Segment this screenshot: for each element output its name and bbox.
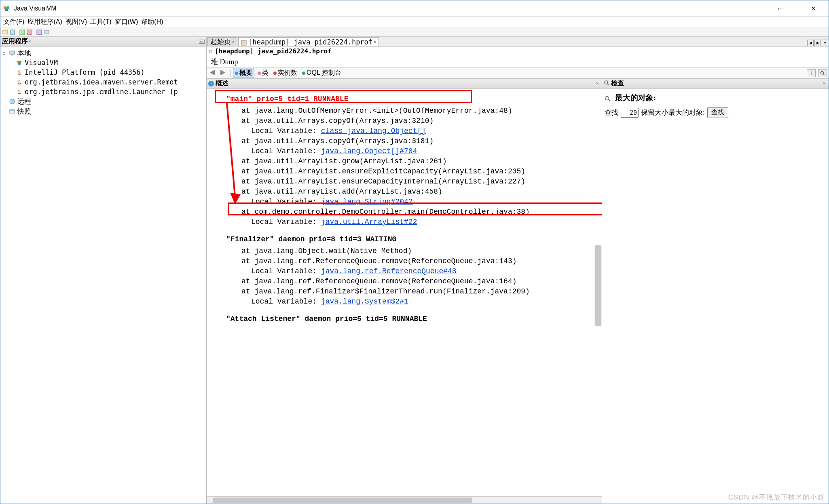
search-icon — [605, 96, 611, 104]
java-icon — [16, 88, 23, 95]
vertical-scrollbar[interactable] — [594, 245, 602, 326]
nav-fwd-icon[interactable]: ⯈ — [219, 69, 228, 77]
tree-node-jps[interactable]: org.jetbrains.jps.cmdline.Launcher (p — [1, 87, 205, 97]
thread-main: "main" prio=5 tid=1 RUNNABLE — [226, 94, 594, 104]
toolbar-icon-3[interactable] — [19, 29, 25, 36]
nav-info-button[interactable]: i — [807, 69, 816, 77]
heapdump-label: 堆 Dump — [207, 56, 829, 67]
stack-trace-view[interactable]: "main" prio=5 tid=1 RUNNABLE at java.lan… — [207, 89, 602, 496]
tab-prev-icon[interactable]: ◀ — [807, 40, 814, 46]
stack-line: at com.demo.controller.DemoController.ma… — [241, 207, 594, 217]
tree-node-remote[interactable]: 远程 — [1, 97, 205, 106]
object-link[interactable]: java.lang.System$2#1 — [321, 297, 408, 306]
svg-point-1 — [6, 6, 9, 9]
menu-file[interactable]: 文件(F) — [2, 17, 25, 27]
svg-rect-17 — [241, 40, 246, 45]
svg-point-13 — [18, 63, 21, 65]
local-var: Local Variable: java.lang.System$2#1 — [251, 297, 594, 307]
svg-line-25 — [609, 100, 610, 101]
snapshot-icon — [8, 108, 16, 115]
tree-node-snapshot[interactable]: 快照 — [1, 106, 205, 116]
search-icon — [604, 80, 609, 87]
stack-line: at java.lang.OutOfMemoryError.<init>(Out… — [241, 106, 594, 116]
menu-app[interactable]: 应用程序(A) — [27, 17, 63, 27]
svg-rect-6 — [27, 30, 32, 35]
panel-minimize-icon[interactable]: ▭ — [199, 40, 205, 44]
svg-point-14 — [10, 99, 15, 104]
tab-start[interactable]: 起始页× — [207, 37, 237, 46]
object-link[interactable]: java.lang.ref.ReferenceQueue#48 — [321, 267, 457, 275]
tree-node-intellij[interactable]: IntelliJ Platform (pid 44356) — [1, 67, 205, 77]
svg-rect-4 — [11, 30, 15, 35]
svg-point-22 — [605, 81, 608, 84]
nav-instances[interactable]: 实例数 — [272, 68, 299, 78]
find-count-input[interactable] — [621, 108, 639, 118]
stack-line: at java.util.ArrayList.add(ArrayList.jav… — [241, 187, 594, 197]
toolbar-icon-6[interactable] — [43, 29, 50, 36]
file-subtitle: ◌[heapdump] java_pid26224.hprof — [207, 46, 829, 56]
svg-marker-21 — [230, 193, 241, 204]
nav-overview[interactable]: 概要 — [233, 68, 254, 78]
menu-window[interactable]: 窗口(W) — [114, 17, 139, 27]
tab-close-icon[interactable]: × — [232, 40, 235, 44]
toolbar-icon-1[interactable] — [2, 29, 8, 36]
svg-point-0 — [4, 6, 6, 9]
svg-rect-8 — [44, 31, 49, 34]
stack-line: at java.util.ArrayList.ensureCapacityInt… — [241, 177, 594, 187]
main-toolbar — [0, 28, 829, 37]
menubar: 文件(F) 应用程序(A) 视图(V) 工具(T) 窗口(W) 帮助(H) — [0, 17, 829, 28]
svg-rect-16 — [10, 110, 14, 111]
object-link[interactable]: java.util.ArrayList#22 — [321, 218, 417, 226]
minimize-button[interactable]: — — [738, 2, 759, 15]
search-icon — [820, 71, 825, 76]
toolbar-icon-4[interactable] — [26, 29, 33, 36]
tab-close-icon[interactable]: × — [374, 40, 376, 44]
tree-node-visualvm[interactable]: VisualVM — [1, 58, 205, 67]
section-close-icon[interactable]: × — [596, 81, 600, 86]
applications-title: 应用程序 — [2, 37, 28, 46]
tab-dropdown-icon[interactable]: ▾ — [822, 40, 828, 46]
stack-line: at java.lang.ref.ReferenceQueue.remove(R… — [241, 256, 594, 266]
inspect-title: 最大的对象: — [615, 93, 656, 103]
tree-node-local[interactable]: ⊟本地 — [1, 48, 205, 58]
panel-close-icon[interactable]: × — [29, 39, 31, 44]
applications-tree[interactable]: ⊟本地 VisualVM IntelliJ Platform (pid 4435… — [0, 46, 206, 504]
svg-rect-3 — [3, 30, 8, 34]
section-close-icon[interactable]: × — [823, 81, 827, 86]
tab-next-icon[interactable]: ▶ — [814, 40, 821, 46]
tree-node-maven[interactable]: org.jetbrains.idea.maven.server.Remot — [1, 77, 205, 87]
close-button[interactable]: ✕ — [803, 2, 823, 15]
toolbar-icon-2[interactable] — [9, 29, 16, 36]
refresh-icon[interactable]: ◌ — [209, 48, 212, 54]
local-var: Local Variable: java.lang.String#2042 — [251, 197, 594, 207]
toolbar-icon-5[interactable] — [36, 29, 42, 36]
local-var: Local Variable: class java.lang.Object[] — [251, 126, 594, 136]
nav-back-icon[interactable]: ⯇ — [208, 69, 217, 77]
menu-help[interactable]: 帮助(H) — [140, 17, 164, 27]
svg-line-19 — [823, 74, 825, 75]
info-icon — [235, 72, 238, 75]
window-title: Java VisualVM — [14, 5, 738, 12]
maximize-button[interactable]: ▭ — [771, 2, 791, 15]
java-icon — [16, 78, 23, 86]
menu-view[interactable]: 视图(V) — [65, 17, 88, 27]
nav-search-button[interactable] — [818, 69, 827, 77]
heapdump-navbar: ⯇ ⯈ 概要 类 实例数 OQL 控制台 i — [207, 67, 829, 79]
stack-line: at java.lang.Object.wait(Native Method) — [241, 246, 594, 256]
horizontal-scrollbar[interactable] — [207, 496, 602, 504]
menu-tools[interactable]: 工具(T) — [89, 17, 112, 27]
thread-attach: "Attach Listener" daemon prio=5 tid=5 RU… — [226, 314, 594, 324]
find-button[interactable]: 查找 — [707, 107, 728, 118]
object-link[interactable]: java.lang.String#2042 — [321, 198, 413, 206]
object-link[interactable]: class java.lang.Object[] — [321, 127, 426, 135]
svg-rect-9 — [10, 51, 15, 54]
overview-section-head: i 概述 × — [207, 79, 602, 89]
svg-line-23 — [607, 84, 609, 85]
object-link[interactable]: java.lang.Object[]#784 — [321, 147, 417, 155]
java-icon — [16, 69, 23, 76]
nav-classes[interactable]: 类 — [256, 68, 270, 78]
svg-rect-7 — [37, 30, 42, 35]
tab-heapdump[interactable]: [heapdump] java_pid26224.hprof× — [238, 37, 379, 46]
nav-oql[interactable]: OQL 控制台 — [300, 68, 343, 78]
svg-point-18 — [821, 71, 824, 74]
